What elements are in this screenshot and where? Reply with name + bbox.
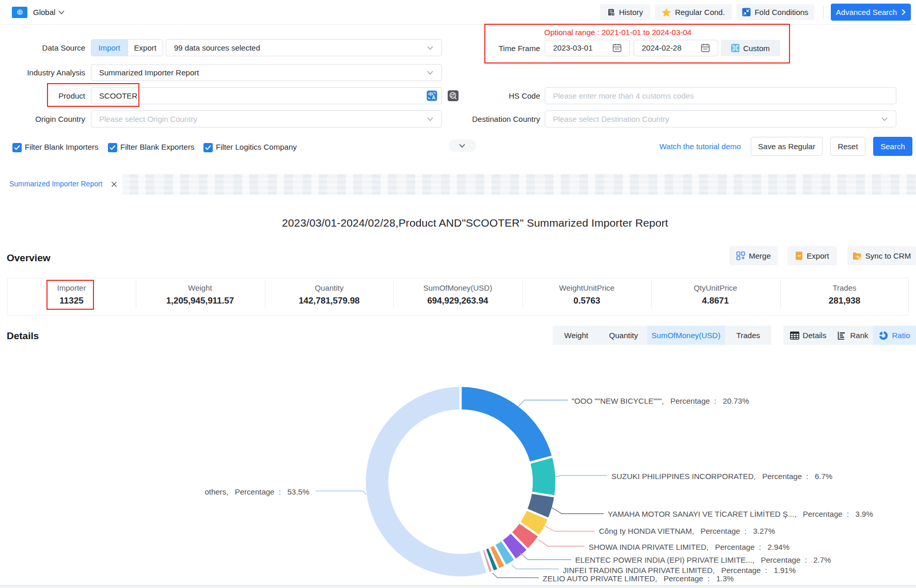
svg-text:SHOWA INDIA PRIVATE LIMITED,: SHOWA INDIA PRIVATE LIMITED, Percentage … [589, 543, 789, 551]
svg-text:SUZUKI PHILIPPINES INCORPORATE: SUZUKI PHILIPPINES INCORPORATED, Percent… [611, 472, 832, 481]
svg-text:JINFEI TRADING INDIA PRIVATE L: JINFEI TRADING INDIA PRIVATE LIMITED, Pe… [563, 566, 796, 575]
svg-text:Công ty HONDA VIETNAM, Perce: Công ty HONDA VIETNAM, Percentage : 3.27… [599, 527, 775, 535]
svg-text:ZELIO AUTO PRIVATE LIMITED,: ZELIO AUTO PRIVATE LIMITED, Percentage :… [543, 574, 734, 583]
svg-text:YAMAHA MOTOR SANAYI VE TİCARET: YAMAHA MOTOR SANAYI VE TİCARET LİMİTED Ş… [608, 510, 873, 518]
svg-text:"OOO ""NEW BICYCLE""", Perce: "OOO ""NEW BICYCLE""", Percentage : 20.7… [572, 396, 749, 405]
svg-text:ELENTEC POWER INDIA (EPI) PRIV: ELENTEC POWER INDIA (EPI) PRIVATE LIMITE… [575, 555, 831, 564]
svg-text:others, Percentage : 53.5: others, Percentage : 53.5% [204, 487, 309, 496]
